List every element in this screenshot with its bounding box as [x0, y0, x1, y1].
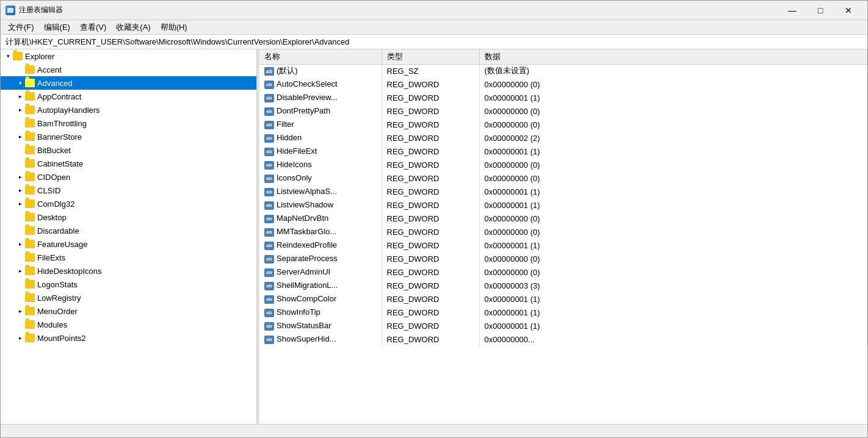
expand-btn-accent[interactable] — [15, 65, 25, 74]
tree-item-lowregistry[interactable]: LowRegistry — [1, 291, 256, 304]
table-row[interactable]: abSeparateProcessREG_DWORD0x00000000 (0) — [259, 252, 867, 265]
reg-name-1: AutoCheckSelect — [277, 79, 338, 88]
tree-item-discardable[interactable]: Discardable — [1, 224, 256, 237]
table-row[interactable]: abShowCompColorREG_DWORD0x00000001 (1) — [259, 292, 867, 306]
expand-btn-appcontract[interactable]: ▸ — [15, 92, 25, 101]
tree-item-bamthrottling[interactable]: BamThrottling — [1, 117, 256, 130]
table-row[interactable]: abServerAdminUIREG_DWORD0x00000000 (0) — [259, 265, 867, 279]
expand-btn-menuorder[interactable]: ▸ — [15, 306, 25, 316]
data-pane[interactable]: 名称 类型 数据 ab(默认)REG_SZ(数值未设置)abAutoCheckS… — [259, 49, 867, 424]
expand-btn-cabinetstate[interactable] — [15, 159, 25, 168]
registry-table: 名称 类型 数据 ab(默认)REG_SZ(数值未设置)abAutoCheckS… — [259, 49, 867, 346]
tree-item-logonstats[interactable]: LogonStats — [1, 278, 256, 291]
tree-label-menuorder: MenuOrder — [37, 307, 78, 316]
tree-item-cidopen[interactable]: ▸CIDOpen — [1, 170, 256, 184]
table-row[interactable]: abFilterREG_DWORD0x00000000 (0) — [259, 118, 867, 131]
close-button[interactable]: ✕ — [834, 1, 863, 20]
expand-btn-logonstats[interactable] — [15, 279, 25, 289]
expand-btn-lowregistry[interactable] — [15, 293, 25, 303]
menu-item-帮助H[interactable]: 帮助(H) — [156, 21, 192, 34]
tree-label-modules: Modules — [37, 320, 67, 329]
reg-name-6: HideFileExt — [277, 146, 317, 156]
folder-icon-fileexts — [25, 253, 35, 262]
expand-btn-hidedesktopicons[interactable]: ▸ — [15, 266, 25, 276]
tree-item-desktop[interactable]: Desktop — [1, 210, 256, 224]
table-row[interactable]: abHideFileExtREG_DWORD0x00000001 (1) — [259, 145, 867, 158]
expand-btn-bannerstore[interactable]: ▸ — [15, 132, 25, 142]
folder-icon-bannerstore — [25, 132, 35, 141]
tree-label-hidedesktopicons: HideDesktopIcons — [37, 267, 102, 276]
cell-type-6: REG_DWORD — [382, 145, 479, 158]
expand-btn-comdlg32[interactable]: ▸ — [15, 199, 25, 209]
expand-btn-desktop[interactable] — [15, 212, 25, 222]
table-row[interactable]: abShowStatusBarREG_DWORD0x00000001 (1) — [259, 319, 867, 332]
tree-label-cabinetstate: CabinetState — [37, 159, 83, 168]
cell-name-8: abIconsOnly — [259, 171, 382, 185]
menu-item-收藏夹A[interactable]: 收藏夹(A) — [111, 21, 155, 34]
expand-btn-autoplayhandlers[interactable]: ▸ — [15, 105, 25, 115]
tree-item-menuorder[interactable]: ▸MenuOrder — [1, 304, 256, 318]
folder-icon-clsid — [25, 186, 35, 195]
minimize-button[interactable]: — — [778, 1, 806, 20]
table-row[interactable]: abShowSuperHid...REG_DWORD0x00000000... — [259, 332, 867, 346]
tree-item-mountpoints2[interactable]: ▸MountPoints2 — [1, 331, 256, 345]
cell-name-15: abServerAdminUI — [259, 265, 382, 279]
tree-item-comdlg32[interactable]: ▸ComDlg32 — [1, 197, 256, 210]
tree-item-explorer[interactable]: ▾Explorer — [1, 49, 256, 63]
menu-item-查看V[interactable]: 查看(V) — [75, 21, 111, 34]
table-row[interactable]: abListviewShadowREG_DWORD0x00000001 (1) — [259, 198, 867, 212]
tree-item-advanced[interactable]: ▾Advanced — [1, 76, 256, 90]
table-row[interactable]: abIconsOnlyREG_DWORD0x00000000 (0) — [259, 171, 867, 185]
table-row[interactable]: abHiddenREG_DWORD0x00000002 (2) — [259, 131, 867, 145]
reg-name-10: ListviewShadow — [277, 200, 333, 209]
app-icon — [5, 5, 15, 15]
tree-item-clsid[interactable]: ▸CLSID — [1, 184, 256, 197]
table-row[interactable]: abDisablePreview...REG_DWORD0x00000001 (… — [259, 91, 867, 104]
tree-item-bitbucket[interactable]: BitBucket — [1, 143, 256, 157]
tree-item-autoplayhandlers[interactable]: ▸AutoplayHandlers — [1, 103, 256, 117]
tree-item-fileexts[interactable]: FileExts — [1, 251, 256, 264]
table-row[interactable]: abShowInfoTipREG_DWORD0x00000001 (1) — [259, 306, 867, 319]
expand-btn-mountpoints2[interactable]: ▸ — [15, 333, 25, 343]
cell-data-4: 0x00000000 (0) — [479, 118, 867, 131]
menu-item-文件F[interactable]: 文件(F) — [3, 21, 39, 34]
expand-btn-fileexts[interactable] — [15, 253, 25, 262]
tree-item-featureusage[interactable]: ▸FeatureUsage — [1, 237, 256, 251]
cell-name-14: abSeparateProcess — [259, 252, 382, 265]
cell-name-11: abMapNetDrvBtn — [259, 212, 382, 225]
tree-item-modules[interactable]: Modules — [1, 318, 256, 331]
expand-btn-featureusage[interactable]: ▸ — [15, 239, 25, 249]
expand-btn-bitbucket[interactable] — [15, 145, 25, 155]
expand-btn-modules[interactable] — [15, 320, 25, 329]
table-row[interactable]: abAutoCheckSelectREG_DWORD0x00000000 (0) — [259, 77, 867, 91]
tree-item-accent[interactable]: Accent — [1, 63, 256, 76]
expand-btn-advanced[interactable]: ▾ — [15, 78, 25, 88]
table-row[interactable]: abMapNetDrvBtnREG_DWORD0x00000000 (0) — [259, 212, 867, 225]
expand-btn-explorer[interactable]: ▾ — [3, 51, 13, 61]
menu-item-编辑E[interactable]: 编辑(E) — [39, 21, 75, 34]
tree-label-comdlg32: ComDlg32 — [37, 199, 74, 209]
table-row[interactable]: abHideIconsREG_DWORD0x00000000 (0) — [259, 158, 867, 171]
dword-icon: ab — [264, 174, 274, 183]
tree-item-hidedesktopicons[interactable]: ▸HideDesktopIcons — [1, 264, 256, 278]
expand-btn-discardable[interactable] — [15, 226, 25, 235]
expand-btn-clsid[interactable]: ▸ — [15, 185, 25, 195]
ab-icon: ab — [264, 67, 274, 76]
tree-pane[interactable]: ▾ExplorerAccent▾Advanced▸AppContract▸Aut… — [1, 49, 257, 424]
table-row[interactable]: abShellMigrationL...REG_DWORD0x00000003 … — [259, 279, 867, 292]
table-row[interactable]: abListviewAlphaS...REG_DWORD0x00000001 (… — [259, 185, 867, 198]
expand-btn-bamthrottling[interactable] — [15, 118, 25, 128]
expand-btn-cidopen[interactable]: ▸ — [15, 172, 25, 182]
cell-type-15: REG_DWORD — [382, 265, 479, 279]
tree-item-appcontract[interactable]: ▸AppContract — [1, 90, 256, 103]
tree-item-cabinetstate[interactable]: CabinetState — [1, 157, 256, 170]
dword-icon: ab — [264, 215, 274, 223]
tree-item-bannerstore[interactable]: ▸BannerStore — [1, 130, 256, 143]
maximize-button[interactable]: □ — [806, 1, 834, 20]
table-row[interactable]: abReindexedProfileREG_DWORD0x00000001 (1… — [259, 239, 867, 252]
tree-label-explorer: Explorer — [25, 52, 54, 61]
table-row[interactable]: ab(默认)REG_SZ(数值未设置) — [259, 64, 867, 77]
reg-name-19: ShowStatusBar — [277, 321, 331, 330]
table-row[interactable]: abMMTaskbarGlo...REG_DWORD0x00000000 (0) — [259, 225, 867, 239]
table-row[interactable]: abDontPrettyPathREG_DWORD0x00000000 (0) — [259, 104, 867, 118]
